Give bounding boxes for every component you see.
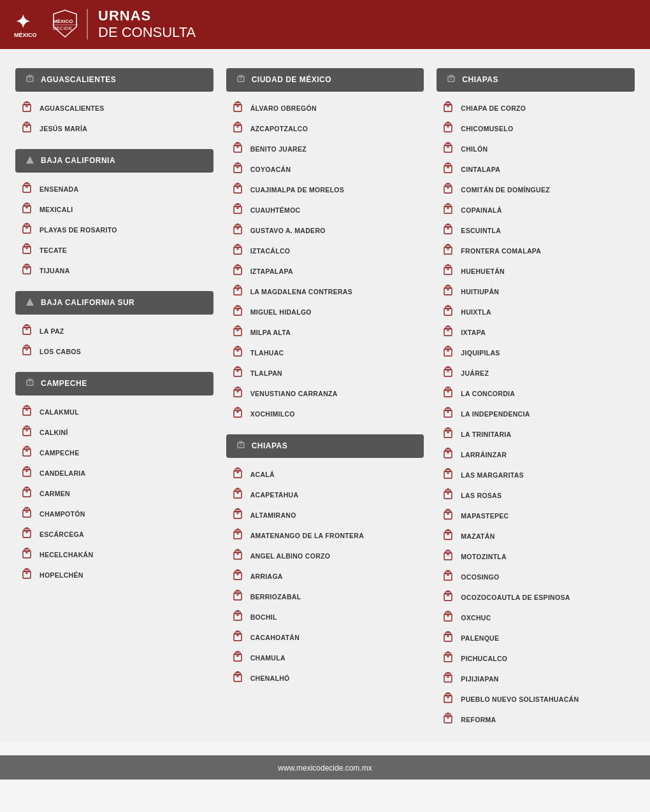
urn-icon <box>442 142 454 156</box>
item-label: HOPELCHÉN <box>40 571 83 579</box>
list-item[interactable]: ÁLVARO OBREGÓN <box>226 98 424 118</box>
list-item[interactable]: COMITÁN DE DOMÍNGUEZ <box>437 180 635 200</box>
list-item[interactable]: ARRIAGA <box>226 566 424 587</box>
urn-icon <box>442 325 454 339</box>
item-label: ENSENADA <box>40 185 78 193</box>
list-item[interactable]: OCOSINGO <box>437 567 635 587</box>
list-item[interactable]: ANGEL ALBINO CORZO <box>226 546 424 566</box>
list-item[interactable]: IXTAPA <box>437 322 635 343</box>
list-item[interactable]: CHAMPOTÓN <box>15 504 213 524</box>
list-item[interactable]: ESCÁRCEGA <box>15 524 213 545</box>
list-item[interactable]: LAS ROSAS <box>437 485 635 506</box>
list-item[interactable]: IZTAPALAPA <box>226 261 424 281</box>
list-item[interactable]: AMATENANGO DE LA FRONTERA <box>226 525 424 546</box>
list-item[interactable]: HUITIUPÁN <box>437 281 635 302</box>
urn-icon <box>442 611 454 625</box>
list-item[interactable]: LA TRINITARIA <box>437 424 635 445</box>
list-item[interactable]: LAS MARGARITAS <box>437 465 635 485</box>
list-item[interactable]: COYOACÁN <box>226 159 424 180</box>
list-item[interactable]: OXCHUC <box>437 608 635 628</box>
logo: ✦ MÉXICO DECIDE MÉXICO DECIDE <box>13 8 88 41</box>
list-item[interactable]: CHENALHÓ <box>226 668 424 688</box>
section-label-baja-california-sur: BAJA CALIFORNIA SUR <box>41 298 134 307</box>
list-item[interactable]: AZCAPOTZALCO <box>226 118 424 139</box>
list-item[interactable]: CACAHOATÁN <box>226 627 424 648</box>
list-item[interactable]: ACAPETAHUA <box>226 485 424 505</box>
urn-icon <box>231 122 244 136</box>
list-item[interactable]: JESÚS MARÍA <box>15 118 213 139</box>
list-item[interactable]: GUSTAVO A. MADERO <box>226 220 424 241</box>
list-item[interactable]: MAPASTEPEC <box>437 506 635 526</box>
list-item[interactable]: PLAYAS DE ROSARITO <box>15 220 213 240</box>
list-item[interactable]: ESCUINTLA <box>437 220 635 241</box>
list-item[interactable]: LA INDEPENDENCIA <box>437 404 635 424</box>
list-item[interactable]: ENSENADA <box>15 179 213 199</box>
urn-icon <box>231 224 244 238</box>
list-item[interactable]: MILPA ALTA <box>226 322 424 343</box>
list-item[interactable]: CHILÓN <box>437 139 635 159</box>
list-item[interactable]: REFORMA <box>437 709 635 730</box>
list-item[interactable]: MAZATÁN <box>437 526 635 546</box>
list-item[interactable]: HOPELCHÉN <box>15 565 213 585</box>
list-item[interactable]: COPAINALÁ <box>437 200 635 220</box>
list-item[interactable]: BOCHIL <box>226 607 424 627</box>
list-item[interactable]: PALENQUE <box>437 628 635 648</box>
list-item[interactable]: HECELCHAKÁN <box>15 545 213 565</box>
list-item[interactable]: ALTAMIRANO <box>226 505 424 525</box>
urn-icon <box>442 264 454 278</box>
list-item[interactable]: AGUASCALIENTES <box>15 98 213 118</box>
logo-divider <box>87 9 88 39</box>
list-item[interactable]: CALKINÍ <box>15 422 213 443</box>
list-item[interactable]: CUAUHTÉMOC <box>226 200 424 220</box>
list-item[interactable]: PUEBLO NUEVO SOLISTAHUACÁN <box>437 689 635 709</box>
list-item[interactable]: CUAJIMALPA DE MORELOS <box>226 180 424 200</box>
list-item[interactable]: HUIXTLA <box>437 302 635 322</box>
item-label: LOS CABOS <box>40 348 81 355</box>
list-item[interactable]: MIGUEL HIDALGO <box>226 302 424 322</box>
list-item[interactable]: LA MAGDALENA CONTRERAS <box>226 281 424 302</box>
list-item[interactable]: ACALÁ <box>226 464 424 485</box>
list-item[interactable]: CHAMULA <box>226 648 424 668</box>
list-item[interactable]: TLAHUAC <box>226 343 424 363</box>
list-item[interactable]: CANDELARIA <box>15 463 213 483</box>
list-item[interactable]: OCOZOCOAUTLA DE ESPINOSA <box>437 587 635 608</box>
list-item[interactable]: HUEHUETÁN <box>437 261 635 281</box>
list-item[interactable]: FRONTERA COMALAPA <box>437 241 635 261</box>
urn-icon <box>442 427 454 441</box>
item-label: LA MAGDALENA CONTRERAS <box>250 288 352 296</box>
list-item[interactable]: BERRIOZABAL <box>226 587 424 607</box>
list-item[interactable]: LA CONCORDIA <box>437 383 635 404</box>
section-header-chiapas-2: CHIAPAS <box>226 434 424 458</box>
item-label: COPAINALÁ <box>461 206 502 214</box>
list-item[interactable]: LA PAZ <box>15 321 213 341</box>
list-item[interactable]: TECATE <box>15 240 213 260</box>
list-item[interactable]: CINTALAPA <box>437 159 635 180</box>
list-item[interactable]: BENITO JUAREZ <box>226 139 424 159</box>
item-label: MILPA ALTA <box>250 329 291 336</box>
list-item[interactable]: PIJIJIAPAN <box>437 669 635 689</box>
list-item[interactable]: TIJUANA <box>15 260 213 281</box>
list-item[interactable]: LOS CABOS <box>15 341 213 362</box>
list-item[interactable]: XOCHIMILCO <box>226 404 424 424</box>
list-item[interactable]: JIQUIPILAS <box>437 343 635 363</box>
list-item[interactable]: CHICOMUSELO <box>437 118 635 139</box>
urn-icon <box>20 324 33 338</box>
section-icon-chiapas-2 <box>236 441 245 452</box>
list-item[interactable]: JUÁREZ <box>437 363 635 383</box>
list-item[interactable]: CALAKMUL <box>15 402 213 422</box>
list-item[interactable]: CAMPECHE <box>15 443 213 463</box>
list-item[interactable]: MEXICALI <box>15 199 213 220</box>
urn-icon <box>231 325 244 339</box>
list-item[interactable]: CHIAPA DE CORZO <box>437 98 635 118</box>
urn-icon <box>20 507 33 521</box>
list-item[interactable]: IZTACÁLCO <box>226 241 424 261</box>
list-item[interactable]: LARRÁINZAR <box>437 445 635 465</box>
column-0: AGUASCALIENTESAGUASCALIENTESJESÚS MARÍAB… <box>15 68 213 730</box>
list-item[interactable]: TLALPAN <box>226 363 424 383</box>
urn-icon <box>20 527 33 541</box>
list-item[interactable]: VENUSTIANO CARRANZA <box>226 383 424 404</box>
list-item[interactable]: MOTOZINTLA <box>437 546 635 567</box>
list-item[interactable]: CARMEN <box>15 483 213 504</box>
list-item[interactable]: PICHUCALCO <box>437 648 635 669</box>
item-label: COMITÁN DE DOMÍNGUEZ <box>461 186 550 194</box>
